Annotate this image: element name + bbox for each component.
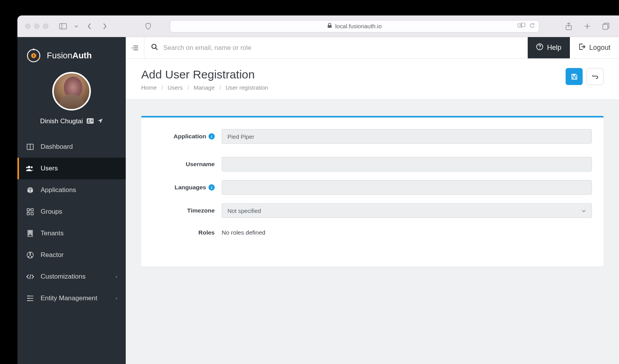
share-icon[interactable] — [563, 21, 574, 32]
field-languages: Languages i — [153, 180, 592, 195]
breadcrumb-item[interactable]: Home — [141, 84, 157, 91]
help-button[interactable]: Help — [528, 37, 570, 58]
vcard-icon[interactable] — [87, 118, 94, 125]
info-icon[interactable]: i — [209, 184, 215, 191]
sidebar-item-label: Tenants — [41, 230, 64, 237]
app: FusionAuth Dinish Chugtai — [17, 37, 619, 364]
brand[interactable]: FusionAuth — [17, 37, 126, 69]
sidebar-item-applications[interactable]: Applications — [17, 179, 126, 201]
sidebar-item-dashboard[interactable]: Dashboard — [17, 136, 126, 158]
profile-section: Dinish Chugtai — [17, 69, 126, 134]
label-roles: Roles — [153, 229, 222, 236]
svg-rect-38 — [31, 234, 32, 235]
avatar[interactable] — [52, 72, 91, 111]
svg-point-46 — [28, 298, 28, 299]
sidebar-toggle-icon[interactable] — [58, 21, 68, 32]
svg-point-45 — [29, 296, 29, 296]
shield-icon[interactable] — [143, 21, 154, 32]
svg-rect-17 — [91, 120, 93, 120]
help-label: Help — [547, 44, 561, 52]
svg-rect-33 — [31, 231, 32, 232]
sidebar-nav: Dashboard Users Applications — [17, 136, 126, 309]
svg-point-56 — [539, 48, 540, 49]
svg-rect-32 — [30, 231, 31, 232]
logout-button[interactable]: Logout — [570, 37, 619, 58]
reload-icon[interactable] — [529, 23, 535, 30]
application-input[interactable] — [222, 129, 592, 144]
breadcrumb-separator: / — [161, 84, 163, 91]
sidebar-item-reactor[interactable]: Reactor — [17, 244, 126, 266]
brand-name: FusionAuth — [47, 51, 92, 61]
breadcrumb-separator: / — [219, 84, 221, 91]
dashboard-icon — [26, 144, 34, 150]
browser-window: local.fusionauth.io A — [17, 15, 619, 364]
svg-rect-24 — [27, 209, 29, 211]
info-icon[interactable]: i — [209, 133, 215, 139]
sidebar-item-label: Groups — [41, 208, 62, 216]
location-arrow-icon[interactable] — [97, 118, 103, 125]
lock-icon — [327, 23, 332, 29]
window-maximize-icon[interactable] — [43, 24, 48, 29]
breadcrumb-item[interactable]: Manage — [194, 84, 215, 91]
save-button[interactable] — [566, 68, 583, 85]
languages-input[interactable] — [222, 180, 592, 195]
svg-point-22 — [31, 167, 33, 168]
username-input[interactable] — [222, 157, 592, 172]
svg-point-40 — [29, 254, 31, 256]
logout-label: Logout — [589, 44, 610, 52]
back-button[interactable] — [587, 68, 604, 85]
sidebar-item-entity-management[interactable]: Entity Management ‹ — [17, 287, 126, 309]
search-input[interactable] — [163, 44, 521, 52]
svg-line-54 — [156, 48, 158, 50]
page-actions — [566, 68, 604, 85]
svg-text:A: A — [519, 24, 521, 27]
form-panel: Application i Username — [141, 116, 604, 267]
svg-rect-27 — [31, 213, 33, 215]
svg-rect-37 — [29, 234, 29, 235]
window-close-icon[interactable] — [25, 24, 31, 29]
nav-forward-icon[interactable] — [99, 21, 110, 32]
chevron-down-icon[interactable] — [73, 21, 79, 32]
sidebar-item-customizations[interactable]: Customizations ‹ — [17, 266, 126, 287]
new-tab-icon[interactable] — [582, 21, 593, 32]
sidebar-item-label: Entity Management — [41, 294, 97, 302]
breadcrumb-item[interactable]: Users — [168, 84, 183, 91]
label-timezone: Timezone — [153, 207, 222, 214]
translate-icon[interactable]: A — [518, 23, 525, 30]
svg-point-53 — [152, 44, 156, 49]
timezone-value: Not specified — [227, 208, 261, 214]
address-bar[interactable]: local.fusionauth.io A — [170, 20, 539, 32]
cube-icon — [26, 187, 34, 194]
svg-point-12 — [33, 49, 35, 51]
topbar: Help Logout — [126, 37, 619, 59]
svg-point-16 — [88, 119, 90, 121]
svg-rect-11 — [33, 56, 34, 57]
svg-point-14 — [38, 58, 40, 60]
code-icon — [26, 274, 34, 279]
timezone-select[interactable]: Not specified — [222, 203, 592, 218]
save-icon — [571, 73, 578, 80]
chevron-down-icon — [581, 208, 586, 214]
search-icon — [151, 44, 158, 52]
svg-point-48 — [28, 301, 28, 301]
sidebar-item-users[interactable]: Users — [17, 158, 126, 179]
tabs-overview-icon[interactable] — [600, 21, 611, 32]
profile-name-row: Dinish Chugtai — [40, 117, 103, 125]
field-roles: Roles No roles defined — [153, 226, 592, 239]
window-minimize-icon[interactable] — [34, 24, 39, 29]
sidebar-item-tenants[interactable]: Tenants — [17, 223, 126, 244]
field-application: Application i — [153, 129, 592, 144]
svg-point-21 — [28, 166, 30, 168]
sidebar-item-label: Users — [41, 165, 58, 172]
svg-rect-57 — [573, 74, 575, 76]
sidebar-item-groups[interactable]: Groups — [17, 201, 126, 223]
label-languages: Languages i — [153, 184, 222, 191]
help-icon — [536, 43, 543, 52]
reactor-icon — [26, 252, 34, 259]
logout-icon — [578, 43, 585, 52]
collapse-sidebar-button[interactable] — [126, 37, 144, 58]
sidebar: FusionAuth Dinish Chugtai — [17, 37, 126, 364]
nav-back-icon[interactable] — [84, 21, 95, 32]
main: Help Logout Add User Registration Home /… — [126, 37, 619, 364]
page-header: Add User Registration Home / Users / Man… — [126, 59, 619, 100]
